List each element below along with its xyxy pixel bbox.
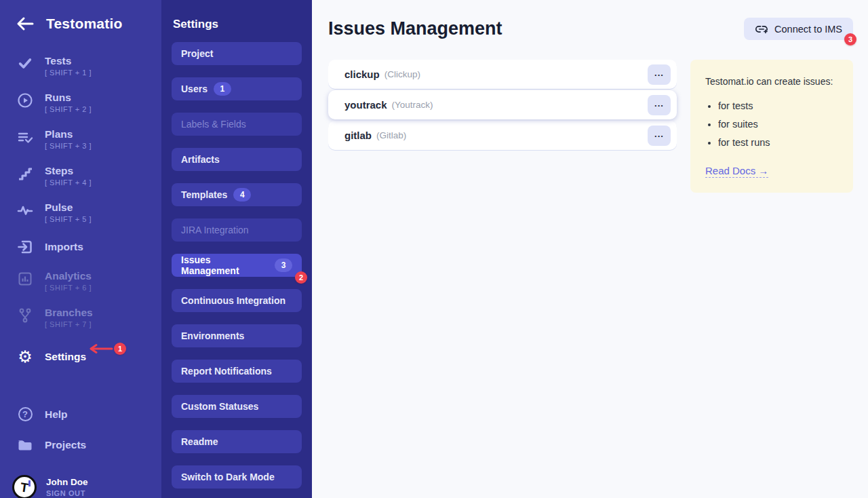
integration-type: (Youtrack) bbox=[392, 100, 433, 110]
integration-row-gitlab[interactable]: gitlab (Gitlab) ... bbox=[328, 121, 677, 150]
content-row: clickup (Clickup) ... youtrack (Youtrack… bbox=[328, 60, 853, 193]
info-box: Testomat.io can create issues: for tests… bbox=[690, 60, 853, 193]
nav-label: Projects bbox=[45, 439, 86, 451]
bar-chart-icon bbox=[16, 271, 34, 287]
back-arrow-icon[interactable] bbox=[15, 14, 35, 34]
menu-item-label: Environments bbox=[181, 330, 244, 341]
row-menu-ellipsis-button[interactable]: ... bbox=[648, 95, 671, 115]
ellipsis-icon: ... bbox=[654, 130, 664, 138]
settings-item-jira-integration: JIRA Integration bbox=[172, 218, 302, 242]
nav-label: Plans bbox=[45, 128, 92, 140]
settings-item-issues-management[interactable]: Issues Management 3 bbox=[172, 254, 302, 277]
sidebar-item-plans[interactable]: Plans [ SHIFT + 3 ] bbox=[0, 123, 161, 155]
nav-label: Imports bbox=[45, 241, 83, 252]
info-bullet: for suites bbox=[718, 119, 838, 130]
nav-label: Settings bbox=[45, 351, 86, 362]
git-branch-icon bbox=[16, 307, 34, 324]
nav-label: Steps bbox=[45, 165, 92, 176]
nav-label: Analytics bbox=[45, 270, 92, 282]
menu-item-label: Readme bbox=[181, 436, 218, 447]
gear-icon: ⚙ bbox=[16, 349, 34, 364]
menu-item-label: JIRA Integration bbox=[181, 225, 249, 235]
templates-count-badge: 4 bbox=[233, 188, 251, 202]
app-title: Testomatio bbox=[46, 16, 122, 32]
settings-item-dark-mode-toggle[interactable]: Switch to Dark Mode bbox=[172, 465, 302, 489]
integration-row-youtrack[interactable]: youtrack (Youtrack) ... bbox=[328, 90, 677, 119]
logo-row: Testomatio bbox=[0, 11, 161, 50]
sidebar-item-analytics[interactable]: Analytics [ SHIFT + 6 ] bbox=[0, 265, 161, 296]
nav-shortcut: [ SHIFT + 6 ] bbox=[45, 284, 92, 292]
main-content: Issues Management Connect to IMS clickup… bbox=[312, 0, 868, 498]
integration-name: youtrack bbox=[344, 99, 387, 111]
sign-out-link[interactable]: SIGN OUT bbox=[46, 489, 88, 497]
issues-count-badge: 3 bbox=[275, 258, 292, 272]
nav-label: Help bbox=[45, 408, 68, 420]
connect-button-label: Connect to IMS bbox=[774, 24, 842, 35]
settings-item-readme[interactable]: Readme bbox=[172, 430, 302, 453]
menu-item-label: Switch to Dark Mode bbox=[181, 472, 275, 482]
info-bullet-list: for tests for suites for test runs bbox=[705, 100, 838, 148]
nav-label: Pulse bbox=[45, 202, 92, 213]
integration-row-clickup[interactable]: clickup (Clickup) ... bbox=[328, 60, 677, 89]
settings-item-artifacts[interactable]: Artifacts bbox=[172, 148, 302, 171]
users-count-badge: 1 bbox=[214, 82, 231, 96]
settings-item-templates[interactable]: Templates 4 bbox=[172, 183, 302, 206]
row-menu-ellipsis-button[interactable]: ... bbox=[648, 126, 671, 146]
check-icon bbox=[16, 56, 34, 71]
annotation-step-3: 3 bbox=[844, 33, 856, 45]
nav-shortcut: [ SHIFT + 7 ] bbox=[45, 320, 93, 328]
sidebar-item-help[interactable]: ? Help bbox=[0, 402, 161, 426]
settings-item-environments[interactable]: Environments bbox=[172, 324, 302, 347]
info-bullet: for tests bbox=[718, 100, 838, 111]
integrations-list: clickup (Clickup) ... youtrack (Youtrack… bbox=[328, 60, 677, 151]
main-sidebar: Testomatio Tests [ SHIFT + 1 ] Runs [ SH… bbox=[0, 0, 161, 498]
ellipsis-icon: ... bbox=[654, 69, 664, 77]
settings-item-custom-statuses[interactable]: Custom Statuses bbox=[172, 395, 302, 418]
help-icon: ? bbox=[16, 407, 34, 421]
menu-item-label: Report Notifications bbox=[181, 366, 272, 377]
sidebar-item-imports[interactable]: Imports bbox=[0, 233, 161, 260]
user-account[interactable]: T John Doe SIGN OUT bbox=[0, 470, 161, 498]
read-docs-link[interactable]: Read Docs → bbox=[705, 165, 768, 178]
menu-item-label: Users bbox=[181, 83, 208, 94]
annotation-step-2: 2 bbox=[295, 271, 307, 284]
settings-item-users[interactable]: Users 1 bbox=[172, 77, 302, 100]
link-icon bbox=[755, 24, 768, 35]
pulse-icon bbox=[16, 202, 34, 218]
folder-icon bbox=[16, 437, 34, 453]
menu-item-label: Labels & Fields bbox=[181, 119, 246, 130]
play-circle-icon bbox=[16, 92, 34, 109]
connect-to-ims-button[interactable]: Connect to IMS bbox=[744, 18, 853, 40]
sidebar-bottom-group: ? Help Projects T John Doe SIGN OUT bbox=[0, 402, 161, 498]
settings-item-project[interactable]: Project bbox=[172, 42, 302, 65]
menu-item-label: Project bbox=[181, 48, 213, 59]
menu-item-label: Issues Management bbox=[181, 254, 269, 276]
ellipsis-icon: ... bbox=[654, 99, 664, 108]
info-heading: Testomat.io can create issues: bbox=[705, 76, 838, 87]
nav-shortcut: [ SHIFT + 5 ] bbox=[45, 215, 92, 223]
sidebar-item-settings[interactable]: ⚙ Settings bbox=[0, 344, 161, 369]
sidebar-item-pulse[interactable]: Pulse [ SHIFT + 5 ] bbox=[0, 197, 161, 228]
sidebar-item-steps[interactable]: Steps [ SHIFT + 4 ] bbox=[0, 160, 161, 191]
settings-item-report-notifications[interactable]: Report Notifications bbox=[172, 360, 302, 383]
nav-label: Runs bbox=[45, 92, 92, 103]
info-bullet: for test runs bbox=[718, 137, 838, 148]
sidebar-item-projects[interactable]: Projects bbox=[0, 432, 161, 458]
page-title: Issues Management bbox=[328, 18, 502, 39]
settings-item-continuous-integration[interactable]: Continuous Integration bbox=[172, 289, 302, 312]
menu-item-label: Templates bbox=[181, 189, 227, 200]
sidebar-item-runs[interactable]: Runs [ SHIFT + 2 ] bbox=[0, 87, 161, 118]
nav-shortcut: [ SHIFT + 1 ] bbox=[45, 69, 92, 77]
avatar: T bbox=[12, 475, 37, 498]
user-name: John Doe bbox=[46, 477, 88, 487]
settings-item-labels-fields: Labels & Fields bbox=[172, 113, 302, 136]
integration-type: (Gitlab) bbox=[376, 130, 406, 140]
nav-shortcut: [ SHIFT + 3 ] bbox=[45, 142, 92, 150]
menu-item-label: Custom Statuses bbox=[181, 401, 258, 412]
row-menu-ellipsis-button[interactable]: ... bbox=[648, 64, 671, 85]
integration-type: (Clickup) bbox=[384, 69, 420, 79]
sidebar-item-branches[interactable]: Branches [ SHIFT + 7 ] bbox=[0, 302, 161, 333]
sidebar-item-tests[interactable]: Tests [ SHIFT + 1 ] bbox=[0, 50, 161, 81]
nav-label: Tests bbox=[45, 55, 92, 66]
import-icon bbox=[16, 239, 34, 255]
